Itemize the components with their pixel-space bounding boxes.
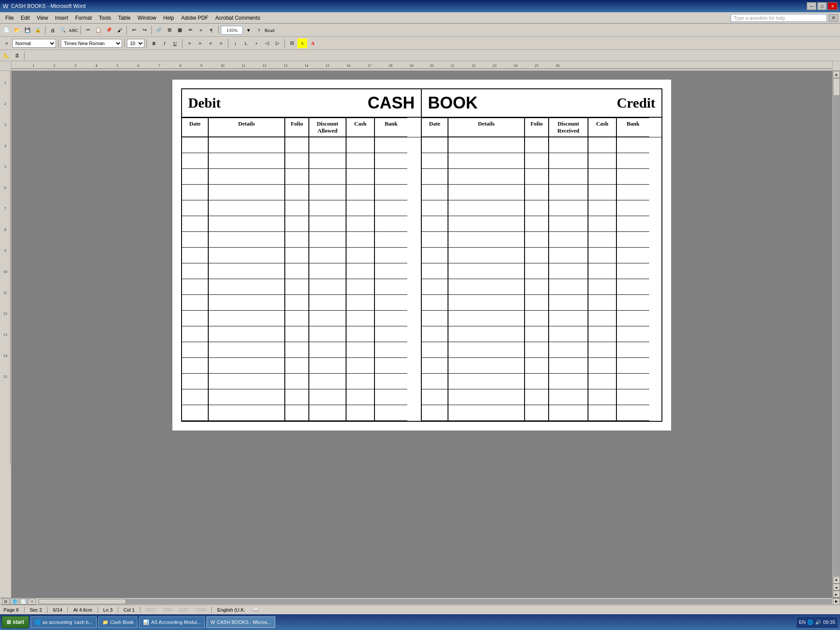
scroll-up-button[interactable]: ▲	[833, 71, 840, 78]
data-cell[interactable]	[422, 326, 448, 342]
data-cell[interactable]	[208, 279, 285, 295]
data-cell[interactable]	[616, 216, 649, 232]
data-cell[interactable]	[588, 200, 616, 216]
line-spacing[interactable]: ↕	[231, 38, 240, 48]
data-cell[interactable]	[525, 185, 549, 200]
data-cell[interactable]	[422, 405, 448, 421]
data-cell[interactable]	[208, 358, 285, 374]
data-cell[interactable]	[374, 358, 407, 374]
data-cell[interactable]	[525, 311, 549, 326]
data-cell[interactable]	[448, 389, 525, 405]
data-cell[interactable]	[616, 295, 649, 311]
zoom-dropdown[interactable]: ▼	[244, 25, 253, 35]
data-cell[interactable]	[588, 358, 616, 374]
data-cell[interactable]	[208, 405, 285, 421]
data-cell[interactable]	[309, 185, 346, 200]
data-cell[interactable]	[588, 389, 616, 405]
data-cell[interactable]	[346, 137, 374, 153]
data-cell[interactable]	[182, 185, 208, 200]
data-cell[interactable]	[208, 248, 285, 263]
data-cell[interactable]	[309, 248, 346, 263]
data-cell[interactable]	[346, 153, 374, 169]
data-cell[interactable]	[374, 311, 407, 326]
menu-view[interactable]: View	[33, 14, 52, 22]
data-cell[interactable]	[549, 295, 588, 311]
data-cell[interactable]	[525, 248, 549, 263]
menu-file[interactable]: File	[2, 14, 17, 22]
data-cell[interactable]	[374, 374, 407, 389]
data-cell[interactable]	[285, 358, 309, 374]
minimize-button[interactable]: ─	[807, 2, 816, 10]
data-cell[interactable]	[182, 374, 208, 389]
redo-button[interactable]: ↪	[140, 25, 149, 35]
data-cell[interactable]	[346, 389, 374, 405]
table-button[interactable]: ⊞	[164, 25, 174, 35]
data-cell[interactable]	[525, 326, 549, 342]
menu-table[interactable]: Table	[115, 14, 134, 22]
menu-acrobat[interactable]: Acrobat Comments	[212, 14, 264, 22]
data-cell[interactable]	[285, 216, 309, 232]
data-cell[interactable]	[285, 295, 309, 311]
data-cell[interactable]	[448, 374, 525, 389]
data-cell[interactable]	[549, 153, 588, 169]
format-painter[interactable]: 🖌	[115, 25, 124, 35]
data-cell[interactable]	[182, 169, 208, 185]
data-cell[interactable]	[182, 342, 208, 358]
font-select[interactable]: Times New Roman	[61, 39, 122, 48]
table-row[interactable]	[182, 263, 662, 279]
data-cell[interactable]	[309, 216, 346, 232]
menu-edit[interactable]: Edit	[17, 14, 33, 22]
data-cell[interactable]	[346, 326, 374, 342]
data-cell[interactable]	[422, 169, 448, 185]
data-cell[interactable]	[616, 326, 649, 342]
highlight-button[interactable]: A	[298, 38, 307, 48]
scroll-extra-2[interactable]: ▶	[833, 591, 840, 598]
style-select[interactable]: Normal	[12, 39, 56, 48]
underline-button[interactable]: U	[170, 38, 180, 48]
data-cell[interactable]	[309, 389, 346, 405]
data-cell[interactable]	[346, 311, 374, 326]
menu-format[interactable]: Format	[72, 14, 95, 22]
new-button[interactable]: 📄	[2, 25, 11, 35]
data-cell[interactable]	[374, 389, 407, 405]
data-cell[interactable]	[588, 374, 616, 389]
align-left[interactable]: ≡	[185, 38, 194, 48]
italic-button[interactable]: I	[160, 38, 169, 48]
data-cell[interactable]	[182, 200, 208, 216]
view-outline-btn[interactable]: ≡	[28, 598, 36, 605]
data-cell[interactable]	[616, 200, 649, 216]
data-cell[interactable]	[285, 279, 309, 295]
data-cell[interactable]	[309, 137, 346, 153]
spell-button[interactable]: ABC	[69, 25, 78, 35]
data-cell[interactable]	[448, 295, 525, 311]
data-cell[interactable]	[448, 326, 525, 342]
data-cell[interactable]	[616, 169, 649, 185]
data-cell[interactable]	[374, 248, 407, 263]
permission-button[interactable]: 🔒	[33, 25, 43, 35]
data-cell[interactable]	[208, 232, 285, 248]
data-cell[interactable]	[448, 405, 525, 421]
data-cell[interactable]	[616, 311, 649, 326]
data-cell[interactable]	[422, 137, 448, 153]
data-cell[interactable]	[525, 169, 549, 185]
data-cell[interactable]	[616, 389, 649, 405]
data-cell[interactable]	[616, 279, 649, 295]
data-cell[interactable]	[549, 311, 588, 326]
data-cell[interactable]	[309, 169, 346, 185]
menu-adobepdf[interactable]: Adobe PDF	[178, 14, 212, 22]
data-cell[interactable]	[549, 389, 588, 405]
data-cell[interactable]	[285, 374, 309, 389]
view-print-btn[interactable]: 📄	[19, 598, 27, 605]
data-cell[interactable]	[182, 358, 208, 374]
data-cell[interactable]	[182, 263, 208, 279]
data-cell[interactable]	[525, 342, 549, 358]
view-normal-btn[interactable]: ⊟	[2, 598, 10, 605]
data-cell[interactable]	[448, 263, 525, 279]
scroll-track[interactable]	[833, 78, 840, 576]
data-cell[interactable]	[616, 342, 649, 358]
read-button[interactable]: Read	[265, 25, 274, 35]
data-cell[interactable]	[346, 216, 374, 232]
menu-help[interactable]: Help	[160, 14, 178, 22]
save-button[interactable]: 💾	[23, 25, 32, 35]
data-cell[interactable]	[588, 342, 616, 358]
